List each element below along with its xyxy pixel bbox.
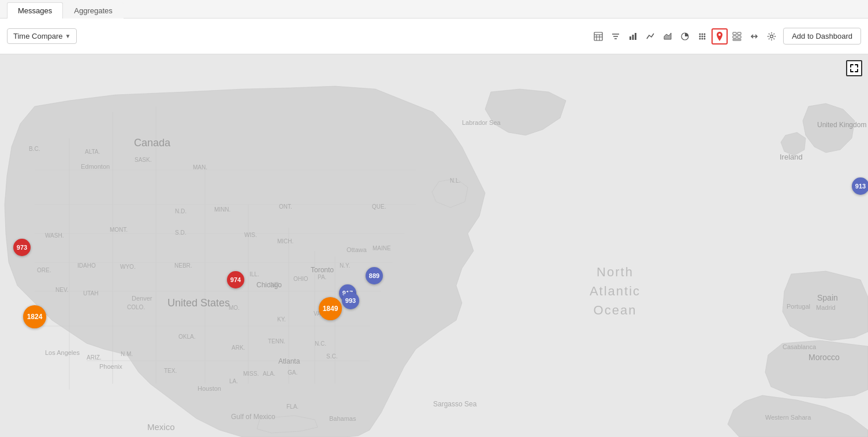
table-view-icon[interactable] — [590, 28, 606, 45]
expand-map-button[interactable] — [846, 60, 862, 76]
svg-point-15 — [704, 33, 706, 35]
svg-point-22 — [718, 34, 721, 36]
svg-rect-25 — [733, 36, 736, 38]
chevron-down-icon: ▼ — [65, 33, 70, 39]
svg-point-14 — [702, 33, 703, 35]
resize-icon[interactable] — [746, 28, 762, 45]
time-compare-label: Time Compare — [13, 32, 62, 40]
svg-rect-10 — [635, 33, 636, 40]
svg-point-19 — [699, 38, 701, 39]
svg-marker-11 — [664, 33, 671, 39]
svg-rect-8 — [629, 36, 631, 40]
pie-chart-icon[interactable] — [677, 28, 693, 45]
tab-bar: Messages Aggregates — [0, 0, 868, 18]
time-compare-dropdown[interactable]: Time Compare ▼ — [7, 28, 77, 44]
map-background — [0, 54, 868, 437]
svg-point-29 — [770, 35, 773, 38]
text-table-icon[interactable] — [729, 28, 745, 45]
settings-icon[interactable] — [763, 28, 780, 45]
svg-rect-9 — [632, 35, 634, 40]
pin-973[interactable]: 973 — [13, 239, 31, 256]
svg-point-13 — [699, 33, 701, 35]
svg-rect-27 — [733, 39, 741, 40]
pin-1824[interactable]: 1824 — [23, 305, 46, 328]
add-to-dashboard-button[interactable]: Add to Dashboard — [783, 28, 861, 45]
pin-974[interactable]: 974 — [227, 271, 244, 288]
svg-point-20 — [702, 38, 703, 39]
line-chart-icon[interactable] — [642, 28, 658, 45]
toolbar-icons — [590, 28, 780, 45]
toolbar: Time Compare ▼ — [0, 18, 868, 54]
map-pin-active-icon[interactable] — [711, 28, 728, 45]
pin-889[interactable]: 889 — [366, 267, 383, 284]
svg-point-18 — [704, 35, 706, 37]
svg-rect-0 — [594, 32, 602, 40]
pin-913[interactable]: 913 — [852, 177, 868, 195]
pin-1849[interactable]: 1849 — [319, 297, 342, 320]
svg-rect-24 — [737, 32, 741, 35]
scatter-icon[interactable] — [694, 28, 710, 45]
svg-point-17 — [702, 35, 703, 37]
svg-rect-26 — [737, 36, 741, 38]
map-container[interactable]: Canada United States Mexico NorthAtlanti… — [0, 54, 868, 437]
area-chart-icon[interactable] — [660, 28, 676, 45]
svg-point-21 — [704, 38, 706, 39]
filter-icon[interactable] — [608, 28, 624, 45]
tab-aggregates[interactable]: Aggregates — [63, 2, 124, 18]
pin-993[interactable]: 993 — [342, 292, 359, 309]
bar-chart-icon[interactable] — [625, 28, 641, 45]
svg-rect-23 — [733, 32, 736, 35]
svg-point-16 — [699, 35, 701, 37]
tab-messages[interactable]: Messages — [7, 2, 63, 18]
